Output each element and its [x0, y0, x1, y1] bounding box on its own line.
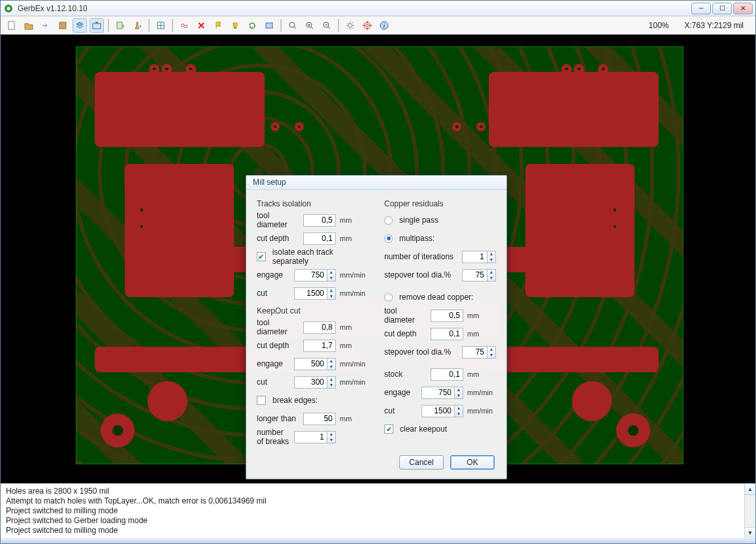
zoom-out-icon[interactable]: [320, 18, 334, 33]
cut-input[interactable]: [294, 287, 327, 300]
num-iterations-input[interactable]: [462, 251, 487, 263]
single-pass-label: single pass: [399, 216, 438, 225]
dialog-left-column: Tracks isolation tool diameter mm cut de…: [257, 197, 369, 445]
svg-rect-8: [234, 27, 237, 29]
stock-label: stock: [384, 370, 427, 379]
thumb-icon[interactable]: [56, 18, 70, 33]
ko-tool-diameter-input[interactable]: [303, 321, 336, 334]
engage-label: engage: [257, 270, 290, 280]
isolate-each-label: isolate each track separately: [272, 248, 369, 266]
app-window: GerbEx v1.12.10.10 ─ ☐ ✕ i: [0, 0, 756, 544]
scroll-down-icon[interactable]: ▼: [745, 527, 755, 538]
ko-cut-input[interactable]: [294, 376, 327, 389]
single-pass-radio[interactable]: [384, 216, 393, 225]
clear-keepout-checkbox[interactable]: [384, 424, 393, 434]
num-breaks-input[interactable]: [294, 431, 327, 443]
zoom-icon[interactable]: [286, 18, 300, 33]
target-icon[interactable]: [360, 18, 374, 33]
ko-tool-diameter-label: tool diameter: [257, 318, 299, 336]
svg-point-13: [348, 24, 352, 27]
cr-cut-label: cut: [384, 406, 418, 415]
settings-gear-icon[interactable]: [343, 18, 357, 33]
approx-icon[interactable]: [177, 18, 191, 33]
unit-label: mm/min: [340, 378, 369, 386]
stepover-input[interactable]: [462, 269, 487, 281]
log-line: Project switched to Gerber loading mode: [6, 516, 750, 526]
delete-x-icon[interactable]: [194, 18, 208, 33]
titlebar[interactable]: GerbEx v1.12.10.10 ─ ☐ ✕: [1, 1, 755, 16]
clear-keepout-label: clear keepout: [400, 424, 447, 434]
cut-label: cut: [257, 289, 290, 298]
spinner-arrows[interactable]: ▲▼: [327, 358, 336, 370]
ko-engage-label: engage: [257, 359, 290, 368]
trophy-icon[interactable]: [228, 18, 242, 33]
spinner-arrows[interactable]: ▲▼: [487, 346, 496, 359]
cr-cut-input[interactable]: [421, 405, 454, 417]
cr-engage-input[interactable]: [421, 387, 454, 399]
remove-dead-copper-radio[interactable]: [384, 293, 393, 302]
dialog-title[interactable]: Mill setup: [246, 176, 506, 190]
svg-rect-5: [95, 22, 98, 24]
spinner-arrows[interactable]: ▲▼: [487, 269, 496, 281]
canvas-area[interactable]: Mill setup Tracks isolation tool diamete…: [1, 35, 755, 483]
window-resize-grip[interactable]: [1, 538, 755, 543]
layers-icon[interactable]: [73, 18, 87, 33]
svg-rect-6: [117, 22, 122, 29]
drill-dropdown-icon[interactable]: [130, 18, 144, 33]
ok-button[interactable]: OK: [450, 455, 495, 470]
spinner-arrows[interactable]: ▲▼: [327, 376, 336, 389]
stock-input[interactable]: [431, 368, 463, 381]
file-new-icon[interactable]: [5, 18, 19, 33]
maximize-button[interactable]: ☐: [712, 3, 732, 14]
flag-icon[interactable]: [211, 18, 225, 33]
rdc-stepover-label: stepover tool dia.%: [384, 347, 458, 357]
tool-diameter-input[interactable]: [303, 214, 336, 227]
unit-label: mm: [340, 216, 369, 224]
spinner-arrows[interactable]: ▲▼: [454, 387, 463, 399]
engage-input[interactable]: [294, 269, 327, 281]
tracks-isolation-heading: Tracks isolation: [257, 199, 369, 208]
spinner-arrows[interactable]: ▲▼: [487, 251, 496, 263]
info-icon[interactable]: i: [377, 18, 391, 33]
svg-text:i: i: [384, 22, 386, 29]
zoom-in-icon[interactable]: [303, 18, 317, 33]
refresh-icon[interactable]: [245, 18, 259, 33]
spinner-arrows[interactable]: ▲▼: [327, 287, 336, 300]
arrow-right-icon[interactable]: [39, 18, 53, 33]
multipass-radio[interactable]: [384, 234, 393, 243]
spinner-arrows[interactable]: ▲▼: [327, 269, 336, 281]
log-scrollbar[interactable]: ▲ ▼: [744, 484, 755, 538]
rdc-tool-diameter-input[interactable]: [431, 310, 463, 322]
cancel-button[interactable]: Cancel: [399, 455, 444, 470]
svg-point-10: [289, 22, 295, 27]
spinner-arrows[interactable]: ▲▼: [454, 405, 463, 417]
app-icon: [3, 3, 14, 14]
close-button[interactable]: ✕: [733, 3, 753, 14]
log-line: Holes area is 2800 x 1950 mil: [6, 487, 750, 496]
file-open-icon[interactable]: [22, 18, 36, 33]
break-edges-checkbox[interactable]: [257, 396, 266, 405]
log-line: Attempt to match holes with TopLayer...O…: [6, 496, 750, 506]
board-icon[interactable]: [262, 18, 276, 33]
grid-icon[interactable]: [154, 18, 168, 33]
unit-label: mm: [340, 323, 369, 331]
rdc-stepover-input[interactable]: [462, 346, 487, 359]
rdc-cut-depth-label: cut depth: [384, 329, 427, 338]
cnc-icon[interactable]: [90, 18, 104, 33]
unit-label: mm: [467, 330, 496, 338]
minimize-button[interactable]: ─: [691, 3, 711, 14]
log-panel: Holes area is 2800 x 1950 mil Attempt to…: [1, 483, 755, 538]
rdc-cut-depth-input[interactable]: [431, 328, 463, 340]
ko-engage-input[interactable]: [294, 358, 327, 370]
gerber-dropdown-icon[interactable]: [113, 18, 127, 33]
isolate-each-checkbox[interactable]: [257, 252, 266, 261]
tool-diameter-label: tool diameter: [257, 211, 299, 229]
longer-than-input[interactable]: [303, 413, 336, 425]
multipass-label: multipass:: [399, 234, 435, 243]
ko-cut-depth-input[interactable]: [303, 340, 336, 352]
cut-depth-input[interactable]: [303, 232, 336, 245]
keepout-cut-heading: KeepOut cut: [257, 306, 369, 315]
scroll-up-icon[interactable]: ▲: [745, 484, 755, 495]
log-line: Project switched to milling mode: [6, 526, 750, 536]
spinner-arrows[interactable]: ▲▼: [327, 431, 336, 443]
